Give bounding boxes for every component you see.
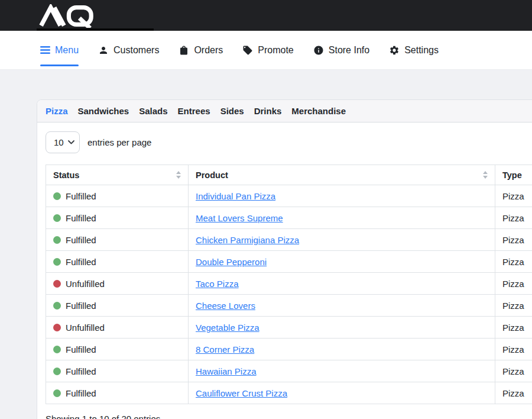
type-cell: Pizza [495,295,532,317]
product-link[interactable]: Individual Pan Pizza [196,191,275,201]
product-cell: Cheese Lovers [189,295,495,317]
product-link[interactable]: Meat Lovers Supreme [196,213,283,223]
product-cell: Individual Pan Pizza [189,185,495,207]
person-icon [98,45,109,56]
nav-item-label: Orders [194,45,223,56]
sort-icon [483,171,488,179]
status-cell: Fulfilled [46,229,189,251]
product-link[interactable]: Cheese Lovers [196,301,255,311]
type-cell: Pizza [495,207,532,229]
tab-entrees[interactable]: Entrees [178,106,210,116]
nav-item-label: Customers [113,45,159,56]
type-cell: Pizza [495,229,532,251]
menu-table-body: FulfilledIndividual Pan PizzaPizzaFulfil… [46,185,532,404]
type-cell: Pizza [495,317,532,339]
column-header-label: Product [196,170,228,180]
table-row: FulfilledCauliflower Crust PizzaPizza [46,382,532,404]
page-size-row: 10 entries per page [46,131,532,153]
nav-item-label: Promote [258,45,293,56]
entries-per-page-label: entries per page [87,137,151,147]
main-nav: Menu Customers Orders Promote Store Info [0,31,532,70]
nav-item-menu[interactable]: Menu [40,31,79,69]
type-cell: Pizza [495,273,532,295]
status-cell: Fulfilled [46,382,189,404]
tab-merchandise[interactable]: Merchandise [291,106,346,116]
table-row: UnfulfilledVegetable PizzaPizza [46,317,532,339]
status-cell: Fulfilled [46,295,189,317]
status-cell: Unfulfilled [46,273,189,295]
product-cell: Vegetable Pizza [189,317,495,339]
tab-salads[interactable]: Salads [139,106,167,116]
aiq-logo-icon [39,4,103,28]
tab-sandwiches[interactable]: Sandwiches [78,106,129,116]
tag-icon [242,45,253,56]
product-link[interactable]: 8 Corner Pizza [196,344,254,354]
column-header-label: Status [53,170,79,180]
tab-drinks[interactable]: Drinks [254,106,282,116]
product-link[interactable]: Hawaiian Pizza [196,366,257,376]
nav-item-label: Menu [55,45,79,56]
status-dot [53,302,61,310]
nav-item-label: Store Info [329,45,369,56]
status-dot [53,258,61,266]
product-link[interactable]: Cauliflower Crust Pizza [196,388,287,398]
table-row: UnfulfilledTaco PizzaPizza [46,273,532,295]
tab-sides[interactable]: Sides [220,106,244,116]
status-dot [53,346,61,353]
status-cell: Fulfilled [46,251,189,273]
sort-icon [176,171,181,179]
app-window: Menu Customers Orders Promote Store Info [0,0,532,419]
table-row: FulfilledMeat Lovers SupremePizza [46,207,532,229]
nav-item-store-info[interactable]: Store Info [313,31,369,69]
status-dot [53,214,61,222]
top-bar [0,0,532,31]
product-cell: Chicken Parmigiana Pizza [189,229,495,251]
gear-icon [389,45,400,56]
status-cell: Unfulfilled [46,317,189,339]
status-dot [53,324,61,331]
nav-item-orders[interactable]: Orders [179,31,223,69]
product-cell: Meat Lovers Supreme [189,207,495,229]
type-cell: Pizza [495,382,532,404]
status-cell: Fulfilled [46,185,189,207]
main-content: Pizza Sandwiches Salads Entrees Sides Dr… [0,70,532,419]
table-row: FulfilledCheese LoversPizza [46,295,532,317]
column-header-label: Type [502,170,522,180]
table-header-row: Status Product [46,165,532,185]
type-cell: Pizza [495,360,532,382]
product-link[interactable]: Double Pepperoni [196,257,267,267]
type-cell: Pizza [495,185,532,207]
menu-table: Status Product [46,165,532,404]
column-header-type[interactable]: Type [495,165,532,185]
product-cell: Cauliflower Crust Pizza [189,382,495,404]
entries-per-page-select[interactable]: 10 [46,131,80,153]
nav-item-label: Settings [404,45,439,56]
status-cell: Fulfilled [46,339,189,360]
status-dot [53,389,61,397]
status-dot [53,280,61,288]
product-link[interactable]: Chicken Parmigiana Pizza [196,235,299,245]
tab-pizza[interactable]: Pizza [46,106,68,116]
product-cell: Hawaiian Pizza [189,360,495,382]
card-body: 10 entries per page S [37,123,532,419]
hamburger-icon [40,46,50,54]
status-dot [53,368,61,375]
status-dot [53,236,61,244]
table-row: Fulfilled8 Corner PizzaPizza [46,339,532,360]
status-dot [53,192,61,200]
column-header-product[interactable]: Product [189,165,495,185]
info-circle-icon [313,45,324,56]
shopping-bag-icon [179,45,189,56]
column-header-status[interactable]: Status [46,165,189,185]
nav-item-promote[interactable]: Promote [242,31,293,69]
nav-item-settings[interactable]: Settings [389,31,439,69]
type-cell: Pizza [495,251,532,273]
product-link[interactable]: Vegetable Pizza [196,323,259,333]
table-row: FulfilledIndividual Pan PizzaPizza [46,185,532,207]
aiq-logo[interactable] [39,4,103,30]
table-footer-summary: Showing 1 to 10 of 20 entries [46,414,532,419]
menu-card: Pizza Sandwiches Salads Entrees Sides Dr… [37,99,532,419]
nav-item-customers[interactable]: Customers [98,31,159,69]
status-cell: Fulfilled [46,360,189,382]
product-link[interactable]: Taco Pizza [196,279,239,289]
